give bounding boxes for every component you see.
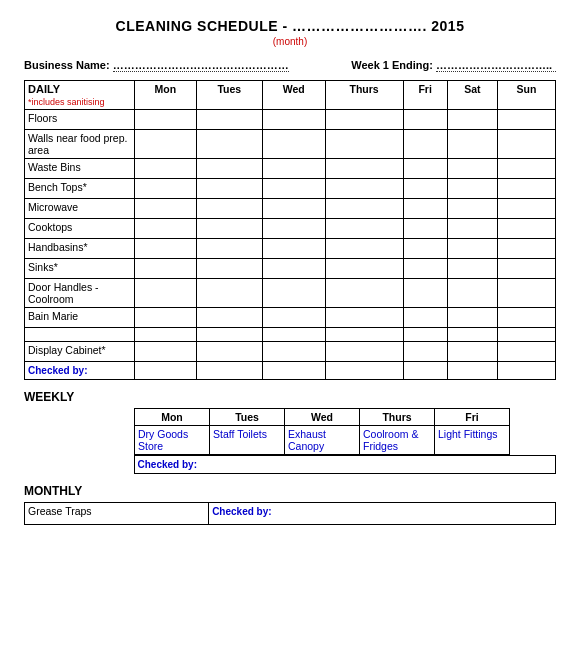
daily-data-cell <box>325 259 403 279</box>
page-subtitle: (month) <box>24 36 556 47</box>
daily-mon-header: Mon <box>135 81 197 110</box>
daily-row: Floors <box>25 110 556 130</box>
weekly-table: Mon Tues Wed Thurs Fri Dry Goods Store S… <box>134 408 510 455</box>
daily-checked-cell <box>498 362 556 380</box>
daily-row: Microwave <box>25 199 556 219</box>
daily-data-cell <box>263 179 326 199</box>
daily-data-cell <box>135 259 197 279</box>
daily-data-cell <box>498 199 556 219</box>
weekly-section-label: WEEKLY <box>24 390 556 404</box>
daily-data-cell <box>403 199 447 219</box>
daily-data-cell <box>325 219 403 239</box>
daily-data-cell <box>196 308 262 328</box>
daily-checked-cell <box>447 362 497 380</box>
daily-data-cell <box>325 279 403 308</box>
daily-item-label <box>25 328 135 342</box>
daily-data-cell <box>498 110 556 130</box>
monthly-item-label: Grease Traps <box>25 503 209 525</box>
daily-checked-cell <box>196 362 262 380</box>
daily-checked-cell <box>263 362 326 380</box>
daily-data-cell <box>135 342 197 362</box>
monthly-table: Grease Traps Checked by: <box>24 502 556 525</box>
daily-data-cell <box>403 179 447 199</box>
daily-data-cell <box>263 219 326 239</box>
daily-thurs-header: Thurs <box>325 81 403 110</box>
daily-data-cell <box>135 239 197 259</box>
daily-data-cell <box>263 110 326 130</box>
daily-item-label: Cooktops <box>25 219 135 239</box>
daily-row: Display Cabinet* <box>25 342 556 362</box>
daily-data-cell <box>447 342 497 362</box>
daily-data-cell <box>196 342 262 362</box>
daily-data-cell <box>135 179 197 199</box>
monthly-section-label: MONTHLY <box>24 484 556 498</box>
daily-data-cell <box>403 239 447 259</box>
daily-data-cell <box>447 279 497 308</box>
daily-data-cell <box>135 328 197 342</box>
daily-data-cell <box>325 179 403 199</box>
weekly-tues-header: Tues <box>210 409 285 426</box>
daily-data-cell <box>196 239 262 259</box>
daily-data-cell <box>498 219 556 239</box>
daily-data-cell <box>263 239 326 259</box>
daily-data-cell <box>447 159 497 179</box>
daily-item-label: Walls near food prep. area <box>25 130 135 159</box>
daily-checked-label: Checked by: <box>25 362 135 380</box>
daily-table: DAILY *includes sanitising Mon Tues Wed … <box>24 80 556 380</box>
daily-data-cell <box>196 159 262 179</box>
daily-data-cell <box>447 328 497 342</box>
daily-data-cell <box>263 342 326 362</box>
daily-data-cell <box>403 110 447 130</box>
daily-data-cell <box>196 199 262 219</box>
daily-data-cell <box>325 342 403 362</box>
weekly-item-fri: Light Fittings <box>435 426 510 455</box>
daily-data-cell <box>135 110 197 130</box>
daily-row: Bench Tops* <box>25 179 556 199</box>
daily-data-cell <box>263 259 326 279</box>
daily-fri-header: Fri <box>403 81 447 110</box>
daily-data-cell <box>498 308 556 328</box>
daily-item-label: Door Handles - Coolroom <box>25 279 135 308</box>
weekly-item-tues: Staff Toilets <box>210 426 285 455</box>
daily-header-label: DAILY *includes sanitising <box>25 81 135 110</box>
daily-data-cell <box>325 308 403 328</box>
daily-data-cell <box>447 308 497 328</box>
weekly-item-wed: Exhaust Canopy <box>285 426 360 455</box>
daily-item-label: Bain Marie <box>25 308 135 328</box>
weekly-checked-spacer <box>24 456 134 474</box>
daily-data-cell <box>325 110 403 130</box>
daily-data-cell <box>325 199 403 219</box>
daily-data-cell <box>263 308 326 328</box>
daily-data-cell <box>403 219 447 239</box>
daily-data-cell <box>135 199 197 219</box>
weekly-thurs-header: Thurs <box>360 409 435 426</box>
daily-data-cell <box>135 308 197 328</box>
daily-row: Waste Bins <box>25 159 556 179</box>
daily-data-cell <box>325 328 403 342</box>
daily-data-cell <box>196 110 262 130</box>
weekly-item-mon: Dry Goods Store <box>135 426 210 455</box>
daily-data-cell <box>447 130 497 159</box>
monthly-checked-label: Checked by: <box>209 503 556 525</box>
daily-data-cell <box>403 328 447 342</box>
daily-wed-header: Wed <box>263 81 326 110</box>
daily-row: Cooktops <box>25 219 556 239</box>
daily-row: Checked by: <box>25 362 556 380</box>
page-title: CLEANING SCHEDULE - ………………………. 2015 <box>24 18 556 34</box>
daily-data-cell <box>403 259 447 279</box>
daily-row: Sinks* <box>25 259 556 279</box>
daily-data-cell <box>135 279 197 308</box>
monthly-grease-traps-row: Grease Traps Checked by: <box>25 503 556 525</box>
daily-sat-header: Sat <box>447 81 497 110</box>
daily-tues-header: Tues <box>196 81 262 110</box>
daily-data-cell <box>498 159 556 179</box>
daily-row: Door Handles - Coolroom <box>25 279 556 308</box>
weekly-fri-header: Fri <box>435 409 510 426</box>
daily-data-cell <box>447 239 497 259</box>
daily-checked-cell <box>135 362 197 380</box>
daily-item-label: Floors <box>25 110 135 130</box>
daily-data-cell <box>135 219 197 239</box>
daily-item-label: Bench Tops* <box>25 179 135 199</box>
daily-checked-cell <box>403 362 447 380</box>
daily-data-cell <box>263 130 326 159</box>
